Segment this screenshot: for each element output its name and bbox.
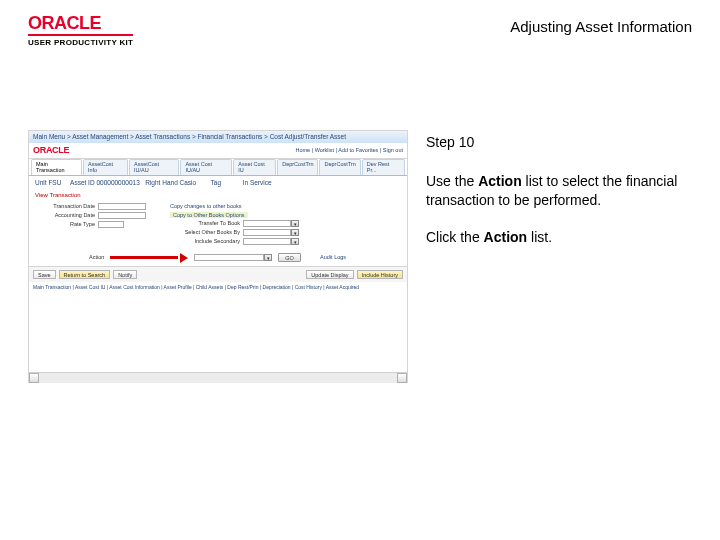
action-dropdown[interactable]: ▾ xyxy=(194,254,272,261)
form-right: Copy changes to other books Copy to Othe… xyxy=(170,203,299,245)
click-instruction: Click the Action list. xyxy=(426,228,692,247)
asset-header-line: Unit FSU Asset ID 000000000013 Right Han… xyxy=(29,176,407,190)
chevron-down-icon[interactable]: ▾ xyxy=(291,220,299,227)
upk-subtext: USER PRODUCTIVITY KIT xyxy=(28,38,133,47)
click-post: list. xyxy=(527,229,552,245)
oracle-logo-underline xyxy=(28,34,133,36)
include-sec-select[interactable] xyxy=(243,238,291,245)
tab-1[interactable]: AssetCost Info xyxy=(83,159,128,175)
trans-date-label: Transaction Date xyxy=(45,203,95,210)
update-display-button[interactable]: Update Display xyxy=(306,270,353,279)
acct-date-label: Accounting Date xyxy=(45,212,95,219)
asset-id-label: Asset ID xyxy=(70,179,95,186)
app-links: Home | Worklist | Add to Favorites | Sig… xyxy=(295,147,403,154)
in-service-label: In Service xyxy=(243,179,272,186)
button-bar: Save Return to Search Notify Update Disp… xyxy=(29,266,407,282)
acct-date-input[interactable] xyxy=(98,212,146,219)
screenshot-column: Main Menu > Asset Management > Asset Tra… xyxy=(28,130,408,383)
copy-changes-link[interactable]: Copy changes to other books xyxy=(170,203,242,210)
select-other-select[interactable] xyxy=(243,229,291,236)
return-search-button[interactable]: Return to Search xyxy=(59,270,111,279)
click-pre: Click the xyxy=(426,229,484,245)
tab-7[interactable]: Dev Rest Pr... xyxy=(362,159,405,175)
transfer-to-label: Transfer To Book xyxy=(170,220,240,227)
instr-pre: Use the xyxy=(426,173,478,189)
save-button[interactable]: Save xyxy=(33,270,56,279)
action-label: Action xyxy=(89,254,104,261)
oracle-logo-block: ORACLE USER PRODUCTIVITY KIT xyxy=(28,14,133,47)
action-select[interactable] xyxy=(194,254,264,261)
page-title: Adjusting Asset Information xyxy=(510,18,692,35)
copy-books-link[interactable]: Copy to Other Books Options xyxy=(170,212,248,219)
app-screenshot: Main Menu > Asset Management > Asset Tra… xyxy=(28,130,408,383)
rate-type-label: Rate Type xyxy=(45,221,95,228)
instruction-text: Use the Action list to select the financ… xyxy=(426,172,692,210)
include-sec-label: Include Secondary xyxy=(170,238,240,245)
audit-logs-link[interactable]: Audit Logs xyxy=(320,254,346,261)
tab-5[interactable]: DeprCostTrn xyxy=(277,159,318,175)
tab-6[interactable]: DeprCostTrn xyxy=(319,159,360,175)
scroll-track[interactable] xyxy=(39,373,397,383)
click-bold: Action xyxy=(484,229,528,245)
include-history-button[interactable]: Include History xyxy=(357,270,403,279)
form-left: Transaction Date Accounting Date Rate Ty… xyxy=(45,203,146,245)
scrollbar[interactable] xyxy=(29,372,407,382)
select-other-label: Select Other Books By xyxy=(170,229,240,236)
action-bar: Action ▾ GO Audit Logs xyxy=(29,249,407,266)
rate-type-input[interactable] xyxy=(98,221,124,228)
scroll-right-icon[interactable] xyxy=(397,373,407,383)
tab-row: Main Transaction AssetCost Info AssetCos… xyxy=(29,159,407,176)
footer-links: Main Transaction | Asset Cost IU | Asset… xyxy=(29,282,407,292)
view-transaction-heading: View Transaction xyxy=(29,190,407,201)
app-oracle-logo: ORACLE xyxy=(33,145,69,156)
tab-4[interactable]: Asset Cost IU xyxy=(233,159,276,175)
app-logo-row: ORACLE Home | Worklist | Add to Favorite… xyxy=(29,143,407,159)
asset-desc: Right Hand Casio xyxy=(145,179,196,186)
instr-bold: Action xyxy=(478,173,522,189)
oracle-logo-text: ORACLE xyxy=(28,14,133,32)
go-button[interactable]: GO xyxy=(278,253,301,262)
trans-date-input[interactable] xyxy=(98,203,146,210)
chevron-down-icon[interactable]: ▾ xyxy=(291,229,299,236)
tab-main-transaction[interactable]: Main Transaction xyxy=(31,159,82,175)
content-area: Main Menu > Asset Management > Asset Tra… xyxy=(28,130,692,383)
chevron-down-icon[interactable]: ▾ xyxy=(291,238,299,245)
page-header: ORACLE USER PRODUCTIVITY KIT Adjusting A… xyxy=(0,14,720,47)
unit-label: Unit xyxy=(35,179,47,186)
form-area: Transaction Date Accounting Date Rate Ty… xyxy=(29,201,407,249)
notify-button[interactable]: Notify xyxy=(113,270,137,279)
breadcrumb-text: Main Menu > Asset Management > Asset Tra… xyxy=(33,133,346,141)
transfer-to-select[interactable] xyxy=(243,220,291,227)
chevron-down-icon[interactable]: ▾ xyxy=(264,254,272,261)
asset-id-value: 000000000013 xyxy=(96,179,139,186)
highlight-arrow-icon xyxy=(110,254,188,261)
step-label: Step 10 xyxy=(426,134,692,150)
unit-value: FSU xyxy=(48,179,61,186)
instruction-column: Step 10 Use the Action list to select th… xyxy=(426,130,692,247)
top-nav: Main Menu > Asset Management > Asset Tra… xyxy=(29,131,407,143)
tab-3[interactable]: Asset Cost IU/AU xyxy=(180,159,232,175)
tag-label: Tag xyxy=(211,179,221,186)
scroll-left-icon[interactable] xyxy=(29,373,39,383)
tab-2[interactable]: AssetCost IU/AU xyxy=(129,159,179,175)
